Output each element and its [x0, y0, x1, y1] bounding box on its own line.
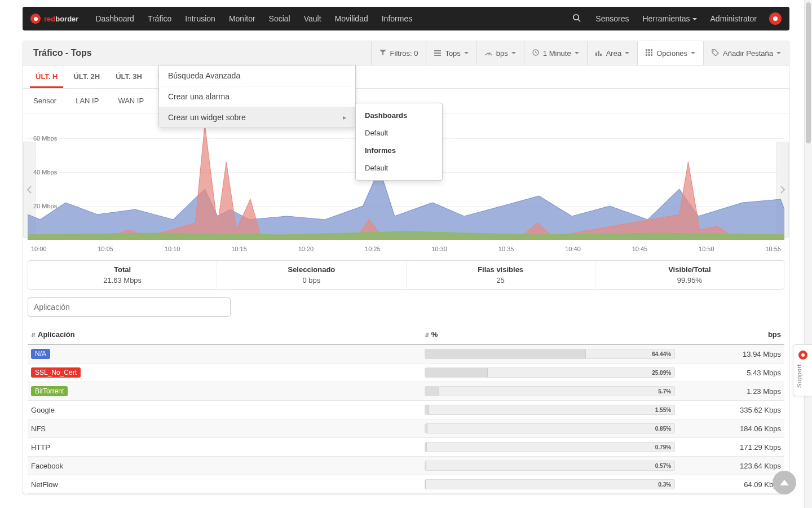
chevron-right-icon: ▸	[343, 113, 346, 121]
tops-dropdown[interactable]: Tops	[426, 41, 476, 65]
tops-label: Tops	[445, 49, 460, 58]
nav-item-dashboard[interactable]: Dashboard	[89, 7, 141, 30]
dimension-tab[interactable]: Sensor	[33, 93, 67, 108]
main-navbar: redborder DashboardTráficoIntrusionMonit…	[23, 7, 789, 30]
svg-rect-11	[648, 49, 650, 51]
table-row[interactable]: BitTorrent5.7%1.23 Mbps	[28, 382, 784, 401]
table-row[interactable]: Facebook0.57%123.64 Kbps	[28, 457, 784, 475]
cell-bps: 13.94 Mbps	[678, 345, 784, 364]
sort-icon: ⇵	[31, 332, 36, 338]
filters-button[interactable]: Filtros: 0	[371, 41, 426, 65]
cell-application: SSL_No_Cert	[28, 364, 421, 382]
svg-rect-13	[646, 51, 647, 53]
table-row[interactable]: N/A64.44%13.94 Mbps	[28, 345, 784, 364]
summary-rows: Filas visibles 25	[406, 261, 595, 289]
nav-item-informes[interactable]: Informes	[375, 7, 419, 30]
col-percent[interactable]: ⇵%	[421, 325, 678, 345]
clock-icon	[532, 49, 539, 58]
submenu-dashboards-default[interactable]: Default	[356, 124, 442, 142]
time-tab[interactable]: ÚLT. H	[30, 65, 63, 88]
x-tick: 10:30	[431, 246, 447, 252]
svg-rect-8	[598, 51, 599, 56]
dimension-tab[interactable]: LAN IP	[76, 93, 109, 108]
add-tab-label: Añadir Pestaña	[723, 49, 773, 58]
cell-application: Facebook	[28, 457, 421, 475]
time-tab[interactable]: ÚLT. 3H	[110, 65, 148, 88]
cell-percent: 1.55%	[421, 401, 678, 419]
svg-rect-16	[646, 54, 647, 56]
table-row[interactable]: NetFlow0.3%64.09 Kbps	[28, 475, 784, 494]
table-row[interactable]: HTTP0.79%171.29 Kbps	[28, 438, 784, 457]
cell-bps: 64.09 Kbps	[678, 475, 784, 494]
scroll-top-button[interactable]	[773, 471, 796, 494]
cell-percent: 0.57%	[421, 457, 678, 475]
user-avatar[interactable]	[769, 12, 782, 25]
menu-create-alarm[interactable]: Crear una alarma	[159, 86, 355, 107]
support-tab[interactable]: Support	[793, 344, 812, 396]
nav-item-tráfico[interactable]: Tráfico	[141, 7, 178, 30]
charttype-dropdown[interactable]: Area	[587, 41, 637, 65]
col-application[interactable]: ⇵Aplicación	[28, 325, 421, 345]
chevron-down-icon	[575, 52, 579, 54]
app-badge: BitTorrent	[31, 386, 68, 396]
summary-selected: Seleccionado 0 bps	[217, 261, 405, 289]
time-tab[interactable]: ÚLT. 2H	[68, 65, 105, 88]
filter-icon	[379, 49, 386, 58]
nav-item-monitor[interactable]: Monitor	[222, 7, 262, 30]
options-label: Opciones	[656, 49, 687, 58]
menu-advanced-search[interactable]: Búsqueda Avanzada	[159, 65, 355, 86]
x-tick: 10:10	[165, 246, 180, 252]
svg-rect-18	[651, 54, 652, 56]
granularity-label: 1 Minute	[543, 49, 571, 58]
summary-bar: Total 21.63 Mbps Seleccionado 0 bps Fila…	[28, 260, 784, 290]
cell-percent: 0.3%	[421, 475, 678, 494]
app-filter-input[interactable]	[28, 297, 231, 317]
menu-create-widget[interactable]: Crear un widget sobre ▸	[159, 107, 355, 128]
nav-sensors[interactable]: Sensores	[589, 7, 636, 30]
summary-total: Total 21.63 Mbps	[28, 261, 217, 289]
cell-percent: 25.09%	[421, 364, 678, 382]
cell-application: BitTorrent	[28, 382, 421, 401]
options-dropdown[interactable]: Opciones	[637, 41, 703, 65]
time-range-tabs: ÚLT. HÚLT. 2HÚLT. 3HÚLT. 12H	[23, 65, 789, 89]
svg-rect-2	[434, 50, 441, 51]
cell-bps: 171.29 Kbps	[678, 438, 784, 457]
x-tick: 10:55	[765, 246, 781, 252]
table-row[interactable]: SSL_No_Cert25.09%5.43 Mbps	[28, 364, 784, 382]
cell-bps: 1.23 Mbps	[678, 382, 784, 401]
cell-bps: 5.43 Mbps	[678, 364, 784, 382]
search-icon[interactable]	[564, 14, 589, 24]
svg-point-19	[713, 50, 714, 51]
nav-tools-label: Herramientas	[643, 14, 690, 23]
cell-bps: 335.62 Kbps	[678, 401, 784, 419]
grid-icon	[646, 49, 652, 58]
nav-item-intrusion[interactable]: Intrusion	[178, 7, 222, 30]
table-row[interactable]: NFS0.85%184.06 Kbps	[28, 419, 784, 438]
cell-application: NetFlow	[28, 475, 421, 494]
granularity-dropdown[interactable]: 1 Minute	[524, 41, 587, 65]
nav-tools[interactable]: Herramientas	[636, 7, 704, 30]
nav-item-vault[interactable]: Vault	[297, 7, 328, 30]
nav-item-social[interactable]: Social	[262, 7, 297, 30]
nav-item-movilidad[interactable]: Movilidad	[328, 7, 375, 30]
svg-rect-7	[595, 52, 597, 56]
chevron-down-icon	[625, 52, 629, 54]
chart-x-axis: 10:0010:0510:1010:1510:2010:2510:3010:35…	[28, 243, 784, 260]
brand-logo[interactable]: redborder	[30, 14, 78, 24]
dimension-tab[interactable]: WAN IP	[118, 93, 154, 108]
table-row[interactable]: Google1.55%335.62 Kbps	[28, 401, 784, 419]
chevron-down-icon	[692, 18, 697, 20]
app-badge: SSL_No_Cert	[31, 367, 81, 378]
nav-admin-label: Administrator	[710, 14, 757, 23]
nav-admin[interactable]: Administrator	[704, 7, 764, 30]
col-bps[interactable]: bps	[678, 325, 784, 345]
svg-rect-17	[648, 54, 650, 56]
metric-dropdown[interactable]: bps	[476, 41, 524, 65]
cell-percent: 0.79%	[421, 438, 678, 457]
svg-rect-3	[434, 52, 441, 54]
window-scrollbar[interactable]	[804, 0, 812, 508]
charttype-label: Area	[606, 49, 621, 58]
submenu-reports-default[interactable]: Default	[356, 159, 442, 177]
add-tab-button[interactable]: Añadir Pestaña	[703, 41, 789, 65]
svg-rect-10	[646, 49, 647, 51]
